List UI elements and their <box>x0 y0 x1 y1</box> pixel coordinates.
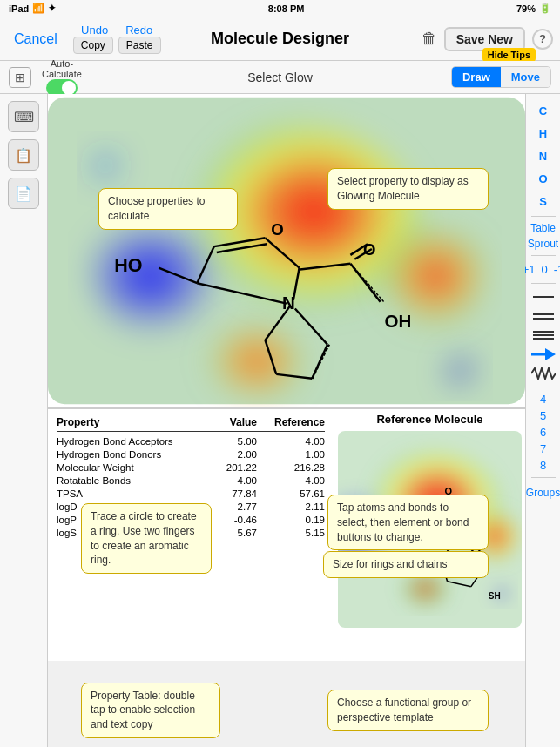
ring-size-5[interactable]: 5 <box>540 409 546 422</box>
col-reference: Reference <box>264 416 325 428</box>
lower-canvas-area <box>48 407 525 408</box>
sidebar-divider <box>531 216 556 217</box>
svg-text:HO: HO <box>114 255 142 276</box>
svg-rect-55 <box>531 353 546 356</box>
auto-calculate-label: Auto- Calculate <box>42 58 82 79</box>
tooltip-property-table: Property Table: double tap to enable sel… <box>81 683 220 738</box>
cancel-button[interactable]: Cancel <box>7 28 64 50</box>
select-glow-label[interactable]: Select Glow <box>247 71 313 84</box>
molecule-heatmap[interactable]: HO O N O <box>48 94 525 407</box>
undo-redo-row: Undo Redo <box>81 24 152 37</box>
toggle-knob <box>62 81 76 95</box>
svg-text:OH: OH <box>385 311 412 331</box>
top-toolbar: Cancel Undo Redo Copy Paste Molecule Des… <box>0 17 560 61</box>
bluetooth-icon: ✦ <box>48 3 56 14</box>
tooltip-tap-atoms: Tap atoms and bonds to select, then elem… <box>327 495 489 550</box>
table-header: Property Value Reference <box>57 416 325 432</box>
paste-button[interactable]: Paste <box>118 37 161 54</box>
table-row: Rotatable Bonds 4.00 4.00 <box>57 474 325 487</box>
svg-text:SH: SH <box>489 591 501 601</box>
groups-button[interactable]: Groups <box>526 487 560 499</box>
charge-group: +1 0 -1 <box>521 261 560 278</box>
wifi-icon: 📶 <box>32 3 44 14</box>
ring-size-7[interactable]: 7 <box>540 442 546 455</box>
draw-move-group: Draw Move <box>451 66 551 88</box>
status-time: 8:08 PM <box>268 3 305 14</box>
sidebar-divider-2 <box>531 255 556 256</box>
tooltip-size-rings: Size for rings and chains <box>323 551 489 578</box>
svg-marker-54 <box>545 348 556 360</box>
atom-o-button[interactable]: O <box>530 169 557 188</box>
page-title: Molecule Designer <box>211 30 349 48</box>
center-canvas[interactable]: HO O N O <box>48 94 525 747</box>
sawtooth-bond-button[interactable] <box>531 367 556 380</box>
atom-n-button[interactable]: N <box>530 146 557 165</box>
sawtooth-icon <box>531 367 556 380</box>
sidebar-divider-4 <box>531 387 556 387</box>
status-right: 79% 🔋 <box>516 3 551 14</box>
atom-c-button[interactable]: C <box>530 101 557 120</box>
table-row: Molecular Weight 201.22 216.28 <box>57 461 325 474</box>
tooltip-functional-group: Choose a functional group or perspective… <box>327 690 489 731</box>
battery-level: 79% <box>516 3 536 14</box>
triple-bond-button[interactable] <box>531 329 556 341</box>
table-row: TPSA 77.84 57.61 <box>57 487 325 500</box>
table-row: Hydrogen Bond Acceptors 5.00 4.00 <box>57 434 325 448</box>
heatmap-svg: HO O N O <box>48 94 525 407</box>
single-bond-button[interactable] <box>531 291 556 303</box>
right-sidebar: C H N O S Table Sprout +1 0 -1 <box>525 94 560 747</box>
help-button[interactable]: ? <box>532 29 553 50</box>
copy-button[interactable]: Copy <box>73 37 113 54</box>
main-area: ⌨ 📋 📄 <box>0 94 560 747</box>
charge-minus-button[interactable]: -1 <box>552 261 560 278</box>
tooltip-select-property: Select property to display as Glowing Mo… <box>327 168 489 210</box>
keyboard-icon-button[interactable]: ⌨ <box>8 101 39 132</box>
reference-molecule-label: Reference Molecule <box>338 413 522 426</box>
left-sidebar: ⌨ 📋 📄 <box>0 94 48 747</box>
trash-button[interactable]: 🗑 <box>422 30 437 48</box>
col-property: Property <box>57 416 212 428</box>
redo-button[interactable]: Redo <box>125 24 152 37</box>
col-value: Value <box>212 416 264 428</box>
grid-button[interactable]: ⊞ <box>9 67 31 88</box>
status-left: iPad 📶 ✦ <box>9 3 56 14</box>
draw-button[interactable]: Draw <box>452 67 501 87</box>
hide-tips-badge[interactable]: Hide Tips <box>482 48 536 62</box>
atom-s-button[interactable]: S <box>530 192 557 211</box>
right-actions: 🗑 Save New ? Hide Tips <box>422 27 553 51</box>
undo-redo-group: Undo Redo Copy Paste <box>73 24 161 54</box>
undo-button[interactable]: Undo <box>81 24 108 37</box>
sidebar-divider-3 <box>531 283 556 284</box>
svg-point-4 <box>180 259 351 396</box>
double-bond-button[interactable] <box>531 310 556 322</box>
paste-icon-button[interactable]: 📄 <box>8 178 39 209</box>
status-bar: iPad 📶 ✦ 8:08 PM 79% 🔋 <box>0 0 560 17</box>
table-row: Hydrogen Bond Donors 2.00 1.00 <box>57 448 325 461</box>
sidebar-divider-5 <box>531 477 556 478</box>
table-button[interactable]: Table <box>530 222 556 234</box>
charge-zero-button[interactable]: 0 <box>540 261 550 278</box>
atom-h-button[interactable]: H <box>530 124 557 143</box>
device-label: iPad <box>9 3 29 14</box>
arrow-bond-button[interactable] <box>531 348 556 360</box>
battery-icon: 🔋 <box>539 3 551 14</box>
ring-size-8[interactable]: 8 <box>540 459 546 472</box>
copy-paste-row: Copy Paste <box>73 37 161 54</box>
sprout-button[interactable]: Sprout <box>528 238 558 250</box>
svg-text:O: O <box>271 220 283 239</box>
ring-size-6[interactable]: 6 <box>540 426 546 439</box>
copy-icon-button[interactable]: 📋 <box>8 139 39 171</box>
tooltip-trace-ring: Trace a circle to create a ring. Use two… <box>81 503 212 574</box>
auto-calculate-group: Auto- Calculate <box>42 58 82 97</box>
ring-size-4[interactable]: 4 <box>540 393 546 406</box>
move-button[interactable]: Move <box>501 67 550 87</box>
arrow-icon <box>531 348 556 360</box>
tooltip-choose-properties: Choose properties to calculate <box>98 188 238 230</box>
second-toolbar: ⊞ Auto- Calculate Select Glow Draw Move <box>0 61 560 94</box>
